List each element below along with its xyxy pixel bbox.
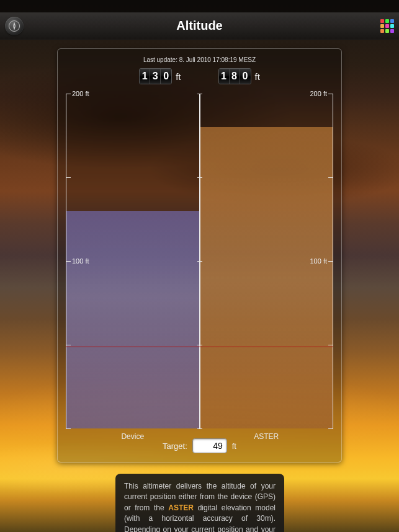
axis-tick: [66, 94, 71, 94]
device-readout-unit: ft: [176, 71, 181, 82]
info-highlight: ASTER: [168, 503, 194, 512]
aster-readout-digits: 180: [218, 68, 251, 84]
target-row: Target: ft: [58, 438, 341, 453]
chart-area: Device ASTER 100 ft100 ft200 ft200 ft: [66, 94, 333, 428]
axis-tick-label: 200 ft: [72, 90, 89, 97]
odometer-digit: 1: [140, 69, 150, 84]
axis-tick: [66, 428, 71, 429]
axis-tick: [328, 94, 333, 94]
last-update-text: Last update: 8. Juli 2010 17:08:19 MESZ: [58, 56, 341, 63]
target-input[interactable]: [192, 438, 227, 453]
palette-swatch: [385, 29, 389, 33]
axis-tick: [197, 177, 202, 178]
odometer-digit: 1: [219, 69, 230, 84]
apps-grid-button[interactable]: [380, 19, 394, 33]
odometer-digit: 8: [230, 69, 240, 84]
axis-tick: [197, 261, 202, 262]
bar-device: [66, 211, 199, 428]
altitude-panel: Last update: 8. Juli 2010 17:08:19 MESZ …: [57, 48, 342, 463]
odometer-digit: 3: [150, 69, 161, 84]
compass-button[interactable]: [5, 17, 24, 35]
palette-swatch: [385, 19, 389, 23]
aster-readout: 180 ft: [218, 68, 260, 84]
palette-swatch: [380, 24, 384, 28]
axis-tick: [328, 428, 333, 429]
page-title: Altitude: [176, 19, 222, 33]
readouts-row: 130 ft 180 ft: [58, 68, 341, 84]
nav-bar: Altitude: [0, 12, 399, 40]
target-unit: ft: [232, 441, 236, 451]
palette-swatch: [390, 24, 394, 28]
axis-tick: [66, 177, 71, 178]
status-bar: [0, 0, 399, 12]
palette-swatch: [390, 29, 394, 33]
palette-swatch: [385, 24, 389, 28]
bar-chart: Device ASTER 100 ft100 ft200 ft200 ft: [66, 94, 333, 428]
bar-aster: [200, 127, 333, 428]
axis-tick: [197, 94, 202, 94]
target-line: [66, 347, 333, 347]
axis-tick: [328, 261, 333, 262]
axis-tick: [66, 345, 71, 345]
device-readout: 130 ft: [139, 68, 181, 84]
info-tooltip: This altimeter delivers the altitude of …: [115, 474, 284, 532]
palette-swatch: [390, 19, 394, 23]
axis-tick-label: 200 ft: [310, 90, 327, 97]
axis-tick-label: 100 ft: [72, 257, 89, 265]
odometer-digit: 0: [161, 69, 171, 84]
axis-tick: [328, 177, 333, 178]
compass-icon: [8, 20, 20, 32]
device-readout-digits: 130: [139, 68, 172, 84]
axis-tick: [328, 345, 333, 345]
axis-tick: [197, 428, 202, 429]
aster-readout-unit: ft: [255, 71, 260, 82]
svg-point-2: [14, 25, 16, 27]
axis-tick: [66, 261, 71, 262]
target-label: Target:: [163, 441, 187, 451]
axis-tick-label: 100 ft: [310, 257, 327, 265]
odometer-digit: 0: [240, 69, 251, 84]
palette-swatch: [380, 19, 384, 23]
axis-tick: [197, 345, 202, 345]
palette-swatch: [380, 29, 384, 33]
